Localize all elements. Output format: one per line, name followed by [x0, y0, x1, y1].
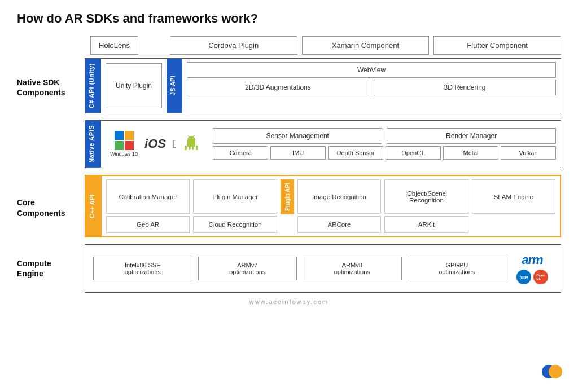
- footer: www.aceinfoway.com: [17, 298, 561, 305]
- native-sdk-section-block: Native SDKComponents C# API (Unity) Unit…: [17, 58, 561, 117]
- arkit-box: ARKit: [384, 216, 468, 233]
- cpp-api-col: C++ API: [86, 176, 102, 237]
- android-icon: [183, 134, 199, 153]
- plugin-api-col: Plugin API: [281, 179, 294, 214]
- platform-icons: Windows 10 iOS : [101, 125, 208, 162]
- native-apis-label-col: [17, 120, 79, 171]
- sensor-render-row: Sensor Management Render Manager: [213, 128, 556, 144]
- imu-box: IMU: [270, 146, 326, 160]
- native-sdk-box: C# API (Unity) Unity Plugin JS API WebVi…: [85, 58, 561, 113]
- native-sdk-label-col: Native SDKComponents: [17, 58, 79, 117]
- sdk-inner: Unity Plugin JS API WebView 2D/3D Augmen…: [101, 59, 561, 113]
- intel-badge: intel: [516, 270, 531, 284]
- sub-sensors-row: Camera IMU Depth Sensor OpenGL Metal Vul…: [213, 146, 556, 160]
- compute-box: Intelx86 SSEoptimizations ARMv7optimizat…: [85, 244, 561, 293]
- win-tile-red: [125, 141, 134, 150]
- calibration-manager-box: Calibration Manager: [106, 179, 190, 214]
- object-scene-recognition-box: Object/Scene Recognition: [384, 179, 468, 214]
- rendering-3d-box: 3D Rendering: [374, 80, 556, 95]
- native-right: Sensor Management Render Manager Camera …: [208, 125, 561, 163]
- arm-sub: intel OpenCL: [516, 270, 548, 284]
- hololen-box: HoloLens: [90, 36, 138, 55]
- csharp-api-col: C# API (Unity): [85, 59, 101, 113]
- compute-label-col: Compute Engine: [17, 244, 79, 293]
- image-recognition-box: Image Recognition: [297, 179, 381, 214]
- webview-box: WebView: [187, 62, 556, 78]
- compute-label: Compute Engine: [17, 258, 79, 279]
- page-title: How do AR SDKs and frameworks work?: [17, 11, 561, 26]
- native-sdk-label: Native SDKComponents: [17, 77, 65, 98]
- armv8-box: ARMv8optimizations: [303, 257, 402, 280]
- win-tile-green: [115, 141, 124, 150]
- core-row-2: Geo AR Cloud Recognition ARCore ARKit: [106, 216, 555, 233]
- render-manager-box: Render Manager: [387, 128, 556, 144]
- win-tile-blue1: [115, 131, 124, 140]
- js-api-col: JS API: [167, 59, 182, 113]
- core-label-col: CoreComponents: [17, 175, 79, 241]
- win-tile-orange: [125, 131, 134, 140]
- core-row-1: Calibration Manager Plugin Manager Plugi…: [106, 179, 555, 214]
- plugin-manager-box: Plugin Manager: [193, 179, 277, 214]
- arm-text: arm: [522, 253, 542, 267]
- geo-ar-box: Geo AR: [106, 216, 190, 233]
- page-container: How do AR SDKs and frameworks work? Holo…: [0, 0, 578, 392]
- xamarin-box: Xamarin Component: [302, 36, 430, 55]
- compute-section-block: Compute Engine Intelx86 SSEoptimizations…: [17, 244, 561, 293]
- vulkan-box: Vulkan: [501, 146, 556, 160]
- gpgpu-box: GPGPUoptimizations: [408, 257, 507, 280]
- windows-group: Windows 10: [110, 131, 138, 157]
- unity-plugin-box: Unity Plugin: [106, 63, 162, 108]
- aug-2d3d-box: 2D/3D Augmentations: [187, 80, 369, 95]
- ios-label: iOS: [144, 136, 166, 151]
- apple-icon: : [173, 138, 177, 151]
- native-apis-col: Native APIS: [85, 121, 101, 168]
- armv7-box: ARMv7optimizations: [198, 257, 297, 280]
- arcore-box: ARCore: [297, 216, 381, 233]
- footer-url: www.aceinfoway.com: [249, 298, 329, 305]
- windows-grid: [115, 131, 134, 150]
- native-apis-section-block: Native APIS Windows 10 iOS : [17, 120, 561, 171]
- slam-engine-box: SLAM Engine: [472, 179, 555, 214]
- native-apis-box: Native APIS Windows 10 iOS : [85, 120, 561, 168]
- core-inner: Calibration Manager Plugin Manager Plugi…: [102, 176, 560, 237]
- core-section-block: CoreComponents C++ API Calibration Manag…: [17, 175, 561, 241]
- svg-point-1: [549, 365, 562, 378]
- flutter-box: Flutter Component: [434, 36, 561, 55]
- native-inner: Windows 10 iOS  Sensor Management Rende…: [101, 121, 561, 168]
- cordova-box: Cordova Plugin: [170, 36, 297, 55]
- core-box: C++ API Calibration Manager Plugin Manag…: [85, 175, 561, 238]
- arm-logo-box: arm intel OpenCL: [512, 250, 553, 287]
- windows-label: Windows 10: [110, 151, 138, 157]
- opencl-badge: OpenCL: [533, 270, 548, 284]
- js-right: WebView 2D/3D Augmentations 3D Rendering: [182, 59, 561, 113]
- intelx86-box: Intelx86 SSEoptimizations: [93, 257, 192, 280]
- logo-circle: [542, 362, 562, 382]
- depth-sensor-box: Depth Sensor: [328, 146, 383, 160]
- camera-box: Camera: [213, 146, 268, 160]
- metal-box: Metal: [443, 146, 498, 160]
- sensor-management-box: Sensor Management: [213, 128, 382, 144]
- opengl-box: OpenGL: [386, 146, 441, 160]
- cloud-recognition-box: Cloud Recognition: [193, 216, 277, 233]
- aug-row: 2D/3D Augmentations 3D Rendering: [187, 80, 556, 95]
- core-label: CoreComponents: [17, 197, 65, 218]
